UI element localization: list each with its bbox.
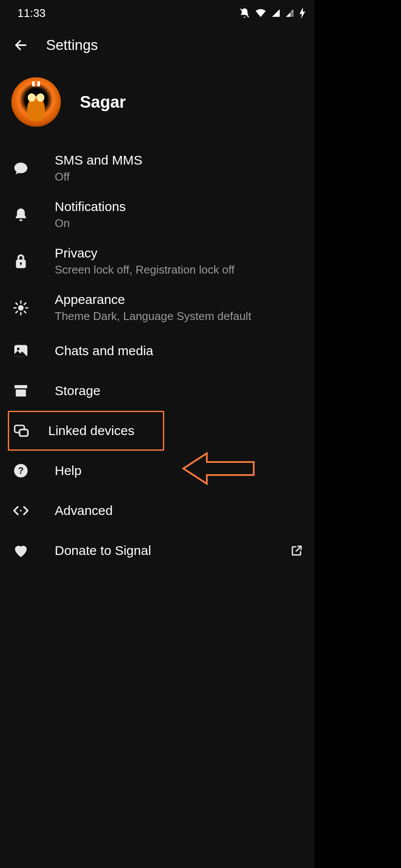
signal-sim1-icon [271,8,281,18]
settings-item-sms[interactable]: SMS and MMS Off [0,145,315,191]
settings-list: SMS and MMS Off Notifications On Pri [0,142,315,573]
page-title: Settings [46,37,98,53]
bell-icon [11,207,30,223]
svg-text:?: ? [18,465,24,476]
svg-point-24 [20,510,22,512]
item-title: Advanced [55,503,303,518]
settings-item-appearance[interactable]: Appearance Theme Dark, Language System d… [0,284,315,331]
settings-header: Settings [0,26,315,68]
svg-text:x: x [291,9,293,13]
chat-bubble-icon [11,161,30,176]
item-subtitle: Screen lock off, Registration lock off [55,263,303,277]
linked-devices-icon [12,424,31,438]
status-time: 11:33 [17,7,46,20]
settings-item-notifications[interactable]: Notifications On [0,191,315,238]
image-icon [11,343,30,358]
charging-icon [299,7,306,19]
svg-line-12 [24,311,26,312]
item-title: SMS and MMS [55,153,303,168]
item-title: Appearance [55,292,303,307]
item-title: Notifications [55,199,303,214]
svg-line-13 [16,311,17,312]
item-subtitle: On [55,217,303,230]
item-subtitle: Theme Dark, Language System default [55,310,303,323]
settings-item-storage[interactable]: Storage [0,371,315,411]
wifi-icon [255,8,267,18]
archive-icon [11,384,30,398]
sun-icon [11,300,30,316]
svg-rect-18 [16,389,26,396]
settings-item-chats[interactable]: Chats and media [0,331,315,371]
item-title: Chats and media [55,343,303,358]
status-bar: 11:33 x [0,0,315,26]
signal-sim2-icon: x [285,8,295,18]
settings-item-advanced[interactable]: Advanced [0,491,315,531]
settings-item-privacy[interactable]: Privacy Screen lock off, Registration lo… [0,238,315,284]
lock-icon [11,253,30,270]
item-title: Donate to Signal [55,543,290,558]
back-arrow-icon [13,38,28,53]
svg-point-16 [17,348,20,350]
profile-row[interactable]: Sagar [0,68,315,142]
item-subtitle: Off [55,170,303,184]
settings-item-donate[interactable]: Donate to Signal [0,531,315,571]
svg-line-14 [24,303,26,304]
svg-line-11 [16,303,17,304]
do-not-disturb-icon [239,7,250,19]
back-button[interactable] [12,36,30,54]
code-icon [11,505,30,517]
svg-rect-5 [20,263,21,265]
item-title: Help [55,463,303,478]
help-icon: ? [11,463,30,478]
settings-item-linked-devices[interactable]: Linked devices [8,411,164,451]
heart-icon [11,543,30,558]
settings-item-help[interactable]: ? Help [0,451,315,491]
svg-rect-20 [20,429,28,436]
external-link-icon [290,544,303,557]
item-title: Privacy [55,246,303,261]
svg-rect-17 [14,385,27,388]
item-title: Linked devices [48,423,163,438]
profile-name: Sagar [80,93,126,112]
svg-point-6 [18,305,24,310]
status-tray: x [239,7,306,19]
item-title: Storage [55,383,303,398]
avatar [11,77,61,127]
